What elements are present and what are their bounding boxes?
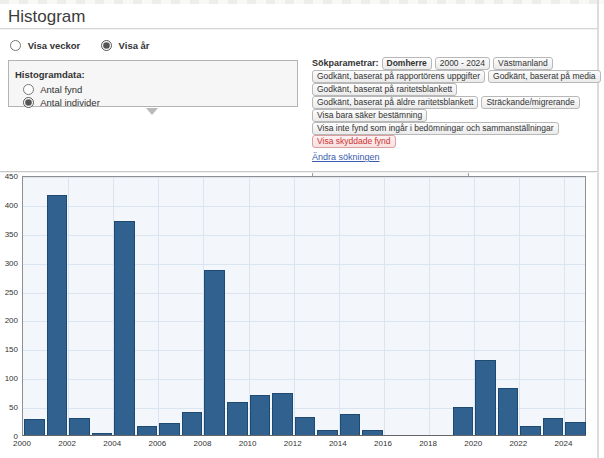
view-weeks-label: Visa veckor (28, 40, 81, 51)
search-parameters-panel: Sökparametrar:Domherre2000 - 2024Västman… (312, 55, 602, 190)
bar-2006 (159, 423, 180, 435)
y-tick-label: 400 (0, 201, 18, 210)
y-tick-label: 350 (0, 230, 18, 239)
view-years-option[interactable]: Visa år (101, 40, 150, 51)
y-tick-label: 450 (0, 172, 18, 181)
view-years-radio[interactable] (101, 40, 112, 51)
view-toggle-group: Visa veckor Visa år (10, 40, 168, 51)
count-individuals-radio[interactable] (23, 97, 34, 108)
view-weeks-radio[interactable] (10, 40, 21, 51)
bar-2003 (92, 433, 113, 435)
callout-arrow-icon (146, 108, 158, 115)
view-years-label: Visa år (119, 40, 150, 51)
plot-area (22, 176, 586, 436)
x-tick-label: 2002 (50, 439, 84, 448)
count-finds-radio[interactable] (23, 84, 34, 95)
gridline (294, 177, 295, 435)
filter-chip-rows: Sökparametrar:Domherre2000 - 2024Västman… (312, 55, 602, 144)
filter-chip-row: Visa inte fynd som ingår i bedömningar o… (312, 120, 602, 131)
gridline (23, 235, 585, 236)
y-tick-label: 50 (0, 403, 18, 412)
edit-search-link[interactable]: Ändra sökningen (312, 152, 380, 162)
count-finds-label: Antal fynd (40, 84, 82, 95)
page-title: Histogram (8, 7, 85, 27)
bar-2024 (565, 422, 586, 435)
bar-2005 (137, 426, 158, 435)
count-finds-option[interactable]: Antal fynd (23, 84, 291, 95)
x-tick-label: 2000 (5, 439, 39, 448)
filter-chip-row: Sökparametrar:Domherre2000 - 2024Västman… (312, 55, 602, 66)
x-tick-label: 2014 (321, 439, 355, 448)
bar-2023 (543, 418, 564, 435)
gridline (339, 177, 340, 435)
count-individuals-option[interactable]: Antal individer (23, 97, 291, 108)
x-tick-label: 2006 (140, 439, 174, 448)
filter-chip[interactable]: Visa skyddade fynd (312, 135, 396, 148)
x-tick-label: 2008 (185, 439, 219, 448)
y-tick-label: 200 (0, 316, 18, 325)
gridline (23, 264, 585, 265)
x-tick-label: 2004 (95, 439, 129, 448)
gridline (23, 350, 585, 351)
bar-2014 (340, 414, 361, 435)
search-parameters-label: Sökparametrar: (312, 58, 379, 68)
top-edge-pattern (0, 0, 604, 4)
y-tick-label: 150 (0, 345, 18, 354)
gridline (158, 177, 159, 435)
histogram-data-box-label: Histogramdata: (15, 69, 85, 80)
histogram-data-box: Histogramdata: Antal fynd Antal individe… (8, 60, 298, 107)
x-tick-label: 2012 (276, 439, 310, 448)
gridline (23, 206, 585, 207)
title-divider (0, 28, 598, 30)
y-tick-label: 300 (0, 259, 18, 268)
filter-chip-row: Godkänt, baserat på äldre raritetsblanke… (312, 94, 602, 105)
gridline (564, 177, 565, 435)
bar-2009 (227, 402, 248, 435)
bar-2000 (24, 419, 45, 435)
y-tick-label: 100 (0, 374, 18, 383)
gridline (23, 293, 585, 294)
x-tick-label: 2024 (546, 439, 580, 448)
bar-2022 (520, 426, 541, 435)
bar-2013 (317, 430, 338, 435)
filter-chip[interactable]: Godkänt, baserat på media (488, 70, 601, 83)
gridline (68, 177, 69, 435)
bar-2010 (250, 395, 271, 435)
bar-2012 (295, 417, 316, 435)
bar-2015 (362, 430, 383, 435)
count-individuals-label: Antal individer (40, 97, 100, 108)
gridline (23, 379, 585, 380)
gridline (23, 177, 585, 178)
bar-2002 (69, 418, 90, 435)
bar-2007 (182, 412, 203, 435)
bar-2001 (47, 195, 68, 435)
bar-2004 (114, 221, 135, 435)
gridline (384, 177, 385, 435)
bar-2008 (204, 270, 225, 435)
x-tick-label: 2020 (456, 439, 490, 448)
bar-2020 (475, 360, 496, 435)
filter-chip[interactable]: Sträckande/migrerande (481, 96, 579, 109)
gridline (429, 177, 430, 435)
x-tick-label: 2022 (501, 439, 535, 448)
x-tick-label: 2016 (366, 439, 400, 448)
filter-chip-row: Godkänt, baserat på rapportörens uppgift… (312, 68, 602, 79)
bar-2011 (272, 393, 293, 435)
gridline (519, 177, 520, 435)
x-tick-label: 2010 (231, 439, 265, 448)
y-tick-label: 250 (0, 288, 18, 297)
view-weeks-option[interactable]: Visa veckor (10, 40, 83, 51)
bar-2019 (453, 407, 474, 435)
x-tick-label: 2018 (411, 439, 445, 448)
gridline (23, 321, 585, 322)
chart-section-divider (0, 171, 598, 173)
bar-2021 (498, 388, 519, 435)
histogram-chart: 050100150200250300350400450 200020022004… (0, 176, 604, 456)
